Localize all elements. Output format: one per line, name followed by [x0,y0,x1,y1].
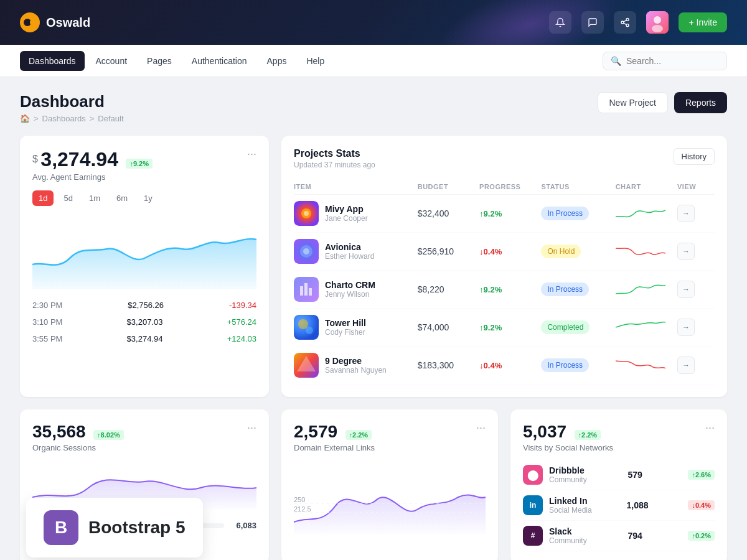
project-view-charto[interactable]: → [677,281,695,298]
social-info-linkedin: in Linked In Social Media [523,495,592,515]
time-filters: 1d 5d 1m 6m 1y [32,190,256,206]
new-project-button[interactable]: New Project [598,92,668,113]
social-info-slack: # Slack Community [523,526,587,546]
project-person-mivy: Jane Cooper [325,214,368,223]
messages-icon[interactable] [581,11,604,34]
dribbble-badge: ↑2.6% [688,470,715,480]
slack-type: Community [549,536,587,545]
project-view-9degree[interactable]: → [677,357,695,374]
project-name-9degree: 9 Degree [325,356,387,366]
transaction-time-3: 3:55 PM [32,334,62,343]
project-budget-charto: $8,220 [418,284,479,294]
organic-more-button[interactable]: ··· [247,422,256,433]
transaction-row-2: 3:10 PM $3,207.03 +576.24 [32,314,256,330]
transaction-amount-2: $3,207.03 [127,317,163,327]
organic-badge: ↑8.02% [93,430,124,440]
social-stat-header: 5,037 ↑2.2% Visits by Social Networks ··… [523,422,715,452]
project-thumb-9degree [294,353,319,378]
project-row-mivy: Mivy App Jane Cooper $32,400 ↑9.2% In Pr… [294,195,715,233]
menu-bar: Dashboards Account Pages Authentication … [0,45,747,77]
nav-item-dashboards[interactable]: Dashboards [20,51,85,71]
projects-header: Projects Stats Updated 37 minutes ago Hi… [294,148,715,169]
linkedin-details: Linked In Social Media [549,496,592,515]
time-filter-1y[interactable]: 1y [138,190,159,206]
nav-item-account[interactable]: Account [87,51,136,71]
share-icon[interactable] [614,11,636,34]
domain-more-button[interactable]: ··· [476,422,486,433]
nav-item-apps[interactable]: Apps [258,51,296,71]
project-status-mivy: In Process [541,207,615,220]
project-progress-avionica: ↓0.4% [479,247,541,256]
domain-label: Domain External Links [294,443,375,452]
project-budget-tower: $74,000 [418,322,479,332]
svg-rect-19 [304,283,308,296]
main-content: Dashboard 🏠 > Dashboards > Default New P… [0,77,747,560]
col-item: ITEM [294,183,418,190]
transaction-change-1: -139.34 [229,301,256,310]
project-info-avionica: Avionica Esther Howard [294,239,418,264]
invite-button[interactable]: + Invite [679,12,727,32]
time-filter-5d[interactable]: 5d [57,190,78,206]
project-name-mivy: Mivy App [325,204,368,214]
project-name-charto: Charto CRM [325,280,375,290]
svg-rect-20 [309,288,312,296]
search-input[interactable] [626,56,719,66]
currency-symbol: $ [32,154,38,164]
project-info-mivy: Mivy App Jane Cooper [294,201,418,226]
page-title: Dashboard [20,92,124,111]
app-name: Oswald [46,16,90,30]
dribbble-icon: ⬤ [523,465,543,485]
search-bar: 🔍 [603,52,727,70]
project-budget-avionica: $256,910 [418,246,479,256]
social-badge: ↑2.2% [575,430,601,440]
social-row-dribbble: ⬤ Dribbble Community 579 ↑2.6% [523,460,715,490]
linkedin-name: Linked In [549,496,592,506]
earnings-header: $ 3,274.94 ↑9.2% Avg. Agent Earnings ··· [32,148,256,182]
bootstrap-overlay-card: B Bootstrap 5 [26,498,203,558]
domain-links-card: 2,579 ↑2.2% Domain External Links ··· 25… [281,409,498,560]
project-names-tower: Tower Hill Cody Fisher [325,318,366,337]
notifications-icon[interactable] [549,11,571,34]
project-view-avionica[interactable]: → [677,243,695,260]
bootstrap-icon: B [44,510,78,545]
social-stat-info: 5,037 ↑2.2% Visits by Social Networks [523,422,613,452]
breadcrumb: 🏠 > Dashboards > Default [20,114,124,123]
bootstrap-b-letter: B [55,518,67,538]
breadcrumb-default: Default [98,114,123,123]
transactions-list: 2:30 PM $2,756.26 -139.34 3:10 PM $3,207… [32,297,256,347]
slack-details: Slack Community [549,526,587,545]
col-budget: BUDGET [418,183,479,190]
time-filter-1d[interactable]: 1d [32,190,54,206]
project-names-charto: Charto CRM Jenny Wilson [325,280,375,299]
project-progress-charto: ↑9.2% [479,285,541,294]
nav-item-help[interactable]: Help [298,51,333,71]
svg-text:250: 250 [294,496,306,503]
nav-item-pages[interactable]: Pages [138,51,181,71]
project-row-tower: Tower Hill Cody Fisher $74,000 ↑9.2% Com… [294,309,715,347]
earnings-more-button[interactable]: ··· [247,148,256,159]
project-view-tower[interactable]: → [677,319,695,336]
svg-point-10 [652,25,663,32]
social-more-button[interactable]: ··· [705,422,715,433]
earnings-amount-row: $ 3,274.94 ↑9.2% [32,148,153,171]
user-avatar[interactable] [646,11,669,34]
status-badge-tower: Completed [541,320,590,334]
project-name-avionica: Avionica [325,242,374,252]
social-number: 5,037 [523,422,566,441]
project-budget-9degree: $183,300 [418,360,479,370]
project-names-9degree: 9 Degree Savannah Nguyen [325,356,387,375]
history-button[interactable]: History [674,148,715,165]
project-person-charto: Jenny Wilson [325,290,375,299]
project-person-tower: Cody Fisher [325,328,366,337]
project-status-tower: Completed [541,320,615,334]
nav-item-authentication[interactable]: Authentication [183,51,256,71]
page-actions: New Project Reports [598,92,728,113]
projects-updated: Updated 37 minutes ago [294,161,375,169]
svg-point-5 [626,24,629,27]
time-filter-1m[interactable]: 1m [83,190,106,206]
reports-button[interactable]: Reports [674,92,727,113]
top-navbar: Oswald + Invite [0,0,747,45]
earnings-info: $ 3,274.94 ↑9.2% Avg. Agent Earnings [32,148,153,182]
time-filter-6m[interactable]: 6m [110,190,134,206]
project-view-mivy[interactable]: → [677,205,695,222]
